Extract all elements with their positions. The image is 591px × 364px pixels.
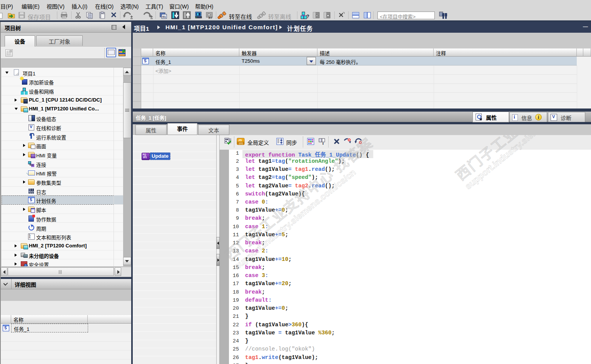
svg-text:i: i: [322, 141, 324, 145]
svg-text:RT: RT: [209, 16, 212, 19]
svg-text:101: 101: [239, 142, 243, 145]
svg-text:JS: JS: [238, 139, 242, 142]
svg-text:01: 01: [162, 15, 166, 18]
svg-text:?: ?: [306, 13, 309, 19]
